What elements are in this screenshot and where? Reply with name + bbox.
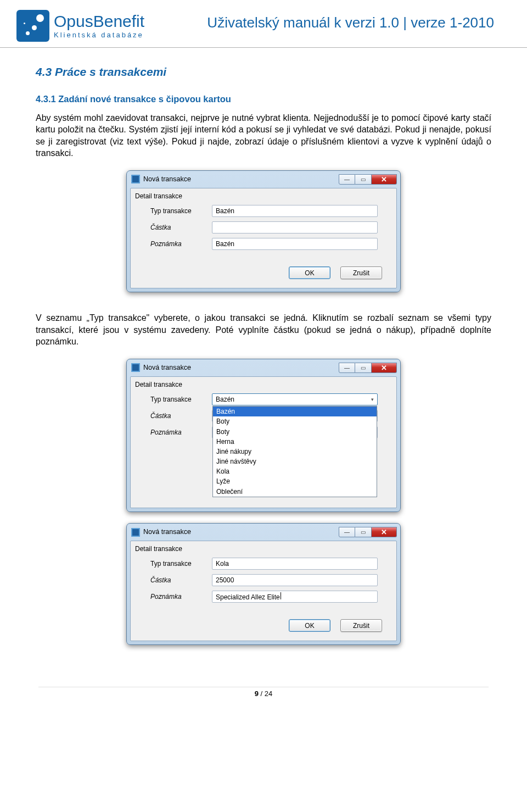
amount-label: Částka: [150, 223, 212, 232]
transaction-dialog-filled: Nová transakce — ▭ ✕ Detail transakce Ty…: [126, 523, 401, 645]
dropdown-option[interactable]: Jiné návštěvy: [213, 457, 377, 466]
minimize-button[interactable]: —: [339, 527, 355, 537]
dialog-titlebar: Nová transakce — ▭ ✕: [127, 524, 400, 541]
minimize-button[interactable]: —: [339, 363, 355, 373]
dropdown-option[interactable]: Boty: [213, 416, 377, 426]
dropdown-option[interactable]: Herna: [213, 437, 377, 447]
dropdown-option[interactable]: Kola: [213, 466, 377, 476]
note-label: Poznámka: [150, 592, 212, 601]
opus-logo-icon: [16, 10, 49, 42]
logo: OpusBenefit Klientská databáze: [16, 10, 144, 42]
page-total: 24: [265, 689, 272, 698]
dropdown-option[interactable]: Lyže: [213, 476, 377, 486]
logo-subtitle: Klientská databáze: [54, 31, 144, 39]
note-label: Poznámka: [150, 428, 212, 437]
groupbox-label: Detail transakce: [135, 544, 393, 553]
type-combobox[interactable]: Bazén: [212, 205, 378, 217]
subsection-heading: 4.3.1 Zadání nové transakce s čipovou ka…: [36, 93, 491, 105]
dialog-titlebar: Nová transakce — ▭ ✕: [127, 171, 400, 188]
type-value: Bazén: [216, 395, 234, 404]
amount-label: Částka: [150, 411, 212, 420]
page-number: 9: [255, 689, 259, 698]
note-input[interactable]: Specialized Allez Elite: [212, 591, 378, 603]
dropdown-option[interactable]: Oblečení: [213, 487, 377, 497]
section-heading: 4.3 Práce s transakcemi: [36, 64, 491, 80]
ok-button[interactable]: OK: [289, 266, 330, 279]
type-value: Bazén: [216, 207, 234, 215]
type-dropdown-list: BazénBotyBotyHernaJiné nákupyJiné návště…: [212, 406, 377, 497]
page-footer: 9 / 24: [38, 687, 489, 700]
note-value: Specialized Allez Elite: [216, 592, 281, 602]
close-button[interactable]: ✕: [372, 174, 397, 185]
page-header: OpusBenefit Klientská databáze Uživatels…: [0, 0, 527, 48]
groupbox-label: Detail transakce: [135, 192, 393, 201]
maximize-button[interactable]: ▭: [355, 527, 372, 537]
dropdown-option[interactable]: Bazén: [213, 407, 377, 416]
dialog-titlebar: Nová transakce — ▭ ✕: [127, 359, 400, 376]
type-label: Typ transakce: [150, 207, 212, 215]
paragraph-1: Aby systém mohl zaevidovat transakci, ne…: [36, 112, 491, 159]
transaction-dialog: Nová transakce — ▭ ✕ Detail transakce Ty…: [126, 170, 401, 292]
type-value: Kola: [216, 559, 229, 568]
amount-input[interactable]: [212, 221, 378, 233]
window-icon: [131, 175, 140, 183]
note-label: Poznámka: [150, 240, 212, 248]
ok-button[interactable]: OK: [289, 619, 330, 632]
dialog-title: Nová transakce: [143, 175, 191, 184]
minimize-button[interactable]: —: [339, 174, 355, 185]
groupbox-label: Detail transakce: [135, 380, 393, 389]
note-input[interactable]: Bazén: [212, 238, 378, 250]
paragraph-2: V seznamu „Typ transakce" vyberete, o ja…: [36, 312, 491, 348]
content-area: 4.3 Práce s transakcemi 4.3.1 Zadání nov…: [0, 48, 527, 670]
close-button[interactable]: ✕: [372, 363, 397, 373]
type-label: Typ transakce: [150, 559, 212, 568]
amount-label: Částka: [150, 576, 212, 585]
window-icon: [131, 363, 140, 372]
page-separator: /: [259, 689, 265, 698]
maximize-button[interactable]: ▭: [355, 363, 372, 373]
close-button[interactable]: ✕: [372, 527, 397, 537]
dropdown-option[interactable]: Boty: [213, 427, 377, 437]
window-icon: [131, 528, 140, 537]
type-label: Typ transakce: [150, 395, 212, 404]
cancel-button[interactable]: Zrušit: [340, 619, 382, 632]
dialog-title: Nová transakce: [143, 527, 191, 537]
dialog-title: Nová transakce: [143, 363, 191, 372]
transaction-dialog-dropdown: Nová transakce — ▭ ✕ Detail transakce Ty…: [126, 359, 401, 512]
amount-value: 25000: [216, 576, 234, 585]
maximize-button[interactable]: ▭: [355, 174, 372, 185]
document-title: Uživatelský manuál k verzi 1.0 | verze 1…: [207, 10, 494, 31]
amount-input[interactable]: 25000: [212, 574, 378, 586]
cancel-button[interactable]: Zrušit: [340, 266, 382, 279]
note-value: Bazén: [216, 240, 234, 248]
type-combobox[interactable]: Kola: [212, 558, 378, 570]
logo-title: OpusBenefit: [54, 12, 144, 30]
dropdown-option[interactable]: Jiné nákupy: [213, 447, 377, 457]
type-combobox-open[interactable]: Bazén ▾ BazénBotyBotyHernaJiné nákupyJin…: [212, 393, 378, 405]
chevron-down-icon: ▾: [371, 396, 374, 403]
